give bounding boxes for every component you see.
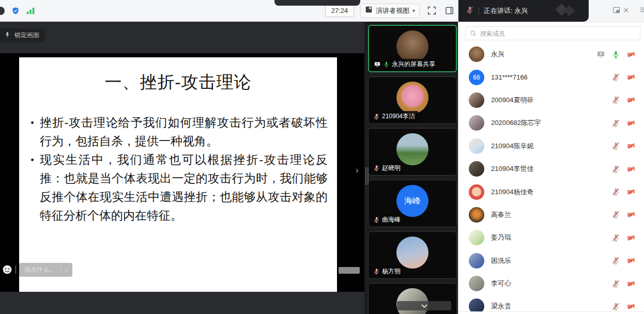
member-avatar <box>469 92 484 108</box>
menu-icon[interactable] <box>640 7 644 13</box>
top-toolbar: 27:24 演讲者视图 ▾ <box>0 0 458 22</box>
mic-muted-icon[interactable] <box>611 233 620 242</box>
fullscreen-button[interactable] <box>427 6 437 15</box>
layout-view-icon <box>365 6 373 15</box>
member-row[interactable]: 210904杨佳奇 <box>458 180 644 203</box>
member-avatar <box>469 230 484 245</box>
mic-muted-icon[interactable] <box>611 279 620 288</box>
tile-name: 杨方朔 <box>382 267 401 276</box>
slide-bullet-list: 挫折-攻击理论给予我们如何理解攻击行为或者破坏性行为，包括自杀，提供一种视角。 … <box>19 114 337 225</box>
video-tile[interactable]: 赵晓明 <box>368 128 457 176</box>
member-avatar <box>469 299 484 311</box>
chat-collapse-button[interactable]: ‹ <box>61 266 72 274</box>
mic-muted-icon[interactable] <box>611 73 620 82</box>
mic-muted-icon[interactable] <box>611 187 620 196</box>
camera-off-icon[interactable] <box>626 96 636 104</box>
member-row[interactable]: 200904夏明菲 <box>458 89 644 112</box>
mic-muted-icon[interactable] <box>611 256 620 265</box>
camera-off-icon[interactable] <box>626 119 636 128</box>
speaking-status-text: 正在讲话: 永兴 <box>484 6 528 15</box>
horizontal-scrollbar-thumb[interactable] <box>339 267 360 274</box>
search-input[interactable] <box>465 26 640 40</box>
member-panel: 正在讲话: 永兴 × 永兴 <box>458 0 644 314</box>
camera-off-icon[interactable] <box>626 165 636 174</box>
camera-off-icon[interactable] <box>626 73 636 82</box>
view-mode-selector[interactable]: 演讲者视图 ▾ <box>360 4 420 18</box>
member-avatar <box>469 115 484 131</box>
member-name: 高春兰 <box>491 210 511 219</box>
camera-off-icon[interactable] <box>626 142 636 150</box>
emoji-smiley-icon[interactable] <box>2 264 12 275</box>
mic-muted-icon[interactable] <box>611 119 620 128</box>
member-name: 困洗乐 <box>491 256 511 265</box>
view-mode-label: 演讲者视图 <box>376 6 409 15</box>
member-row[interactable]: 姜乃琨 <box>458 226 644 249</box>
chat-divider <box>16 265 16 274</box>
tile-name: 赵晓明 <box>382 164 401 172</box>
member-avatar <box>469 207 484 223</box>
member-status-icons <box>611 165 636 174</box>
meeting-timer: 27:24 <box>325 5 354 17</box>
popout-panel-button[interactable] <box>612 6 621 14</box>
member-avatar: 66 <box>469 70 484 85</box>
member-status-icons <box>611 279 636 288</box>
side-panel-toggle-button[interactable] <box>444 6 454 15</box>
video-tile[interactable]: 永兴的屏幕共享 <box>368 25 457 72</box>
camera-off-icon[interactable] <box>626 256 636 265</box>
tile-label: 赵晓明 <box>370 163 404 174</box>
chat-input[interactable]: 说点什么... <box>19 265 60 274</box>
member-row[interactable]: 梁永贵 <box>458 295 644 311</box>
tile-label: 杨方朔 <box>370 266 404 277</box>
member-avatar <box>469 161 484 177</box>
member-row[interactable]: 李可心 <box>458 272 644 295</box>
tile-mic-muted-icon <box>373 216 380 223</box>
expand-strip-chevron[interactable]: › <box>356 165 359 176</box>
tile-name: 永兴的屏幕共享 <box>392 60 435 69</box>
member-row[interactable]: 20200682陈芯宇 <box>458 112 644 134</box>
video-tile[interactable]: 海峰 曲海峰 <box>368 180 457 227</box>
camera-off-icon[interactable] <box>626 233 636 242</box>
mic-muted-icon[interactable] <box>611 142 620 150</box>
tile-mic-muted-icon <box>373 113 380 120</box>
member-name: 210904杨佳奇 <box>491 187 533 197</box>
member-row[interactable]: 高春兰 <box>458 203 644 226</box>
member-name: 20200682陈芯宇 <box>491 118 541 128</box>
chat-input-box: 说点什么... ‹ <box>19 263 72 277</box>
video-thumbnail-list: 永兴的屏幕共享 210904李洁 <box>364 22 458 314</box>
scroll-more-button[interactable] <box>397 301 451 310</box>
mic-muted-icon[interactable] <box>611 165 620 174</box>
mic-on-icon[interactable] <box>611 50 620 59</box>
camera-off-icon[interactable] <box>626 210 636 219</box>
close-panel-button[interactable]: × <box>623 5 629 16</box>
tile-avatar <box>396 30 428 62</box>
list-bottom-divider <box>458 311 644 312</box>
member-avatar <box>469 184 484 200</box>
camera-off-icon[interactable] <box>626 279 636 288</box>
video-tile[interactable]: 210904李洁 <box>368 76 457 124</box>
mic-muted-icon[interactable] <box>611 302 620 311</box>
security-shield-icon <box>11 7 20 15</box>
member-row[interactable]: 210904陈辛妮 <box>458 135 644 158</box>
tile-mic-muted-icon <box>373 268 380 275</box>
camera-off-icon[interactable] <box>626 302 636 311</box>
collapsed-toolbar-tab[interactable] <box>274 0 360 6</box>
member-row[interactable]: 66 131****7166 <box>458 66 644 88</box>
chevron-down-icon: ▾ <box>412 8 415 13</box>
member-status-icons <box>611 187 636 196</box>
member-name: 210904陈辛妮 <box>491 142 533 151</box>
member-row[interactable]: 210904李世佳 <box>458 158 644 180</box>
member-row[interactable]: 永兴 <box>458 43 644 66</box>
video-tile[interactable]: 杨方朔 <box>368 231 457 279</box>
lock-view-button[interactable]: 锁定画面 <box>0 28 45 42</box>
presentation-slide: 一、挫折-攻击理论 挫折-攻击理论给予我们如何理解攻击行为或者破坏性行为，包括自… <box>19 57 337 292</box>
member-status-icons <box>611 302 636 311</box>
mic-muted-icon[interactable] <box>611 96 620 104</box>
strip-resize-handle[interactable] <box>365 167 369 185</box>
camera-off-icon[interactable] <box>626 50 636 59</box>
member-avatar <box>469 253 484 269</box>
mic-muted-icon[interactable] <box>611 210 620 219</box>
member-row[interactable]: 困洗乐 <box>458 249 644 272</box>
tile-avatar: 海峰 <box>396 185 428 217</box>
member-avatar <box>469 46 484 62</box>
camera-off-icon[interactable] <box>626 187 636 196</box>
